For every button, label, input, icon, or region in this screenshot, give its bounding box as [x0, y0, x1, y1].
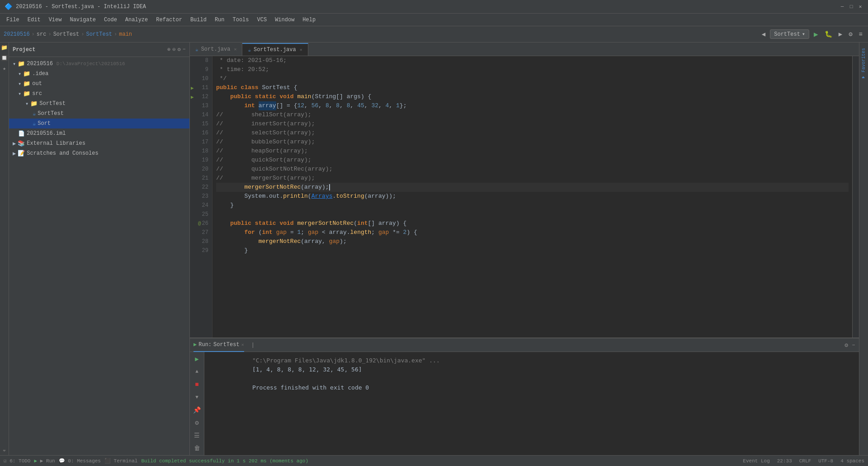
- main-content: 📁 🔲 ★ ❤ Project ⊕ ⊖ ⚙ – ▾ 📁 20210516 D:\…: [0, 43, 868, 455]
- tree-item-out[interactable]: ▾ 📁 out: [9, 79, 189, 89]
- code-content[interactable]: * date: 2021-05-16; * time: 20:52; */ pu…: [212, 56, 852, 338]
- run-tab-close[interactable]: ✕: [241, 342, 244, 347]
- minimize-button[interactable]: ─: [839, 4, 845, 10]
- menu-file[interactable]: File: [3, 16, 23, 24]
- menu-vcs[interactable]: VCS: [254, 16, 271, 24]
- run-stop-button[interactable]: ■: [192, 380, 203, 390]
- line-18: 18: [190, 147, 212, 156]
- menu-bar: File Edit View Navigate Code Analyze Ref…: [0, 14, 868, 26]
- breadcrumb: 20210516 › src › SortTest › SortTest › m…: [4, 31, 132, 38]
- editor-scrollbar[interactable]: [852, 56, 859, 338]
- menu-help[interactable]: Help: [299, 16, 319, 24]
- tab-sorttest-close[interactable]: ✕: [300, 47, 302, 52]
- code-line-26: public static void mergerSortNotRec(int[…: [216, 219, 849, 228]
- menu-view[interactable]: View: [45, 16, 66, 24]
- tab-bar: ☕ Sort.java ✕ ☕ SortTest.java ✕: [190, 43, 859, 56]
- collapse-all-icon[interactable]: ⊖: [172, 46, 175, 53]
- menu-edit[interactable]: Edit: [24, 16, 44, 24]
- bottom-settings-icon[interactable]: ⚙: [844, 342, 848, 349]
- tree-arrow-root: ▾: [13, 61, 16, 67]
- tab-sort-close[interactable]: ✕: [234, 47, 236, 52]
- close-button[interactable]: ✕: [857, 4, 863, 10]
- project-icon[interactable]: 📁: [1, 44, 8, 51]
- breadcrumb-sorttest-dir[interactable]: SortTest: [53, 31, 80, 38]
- menu-build[interactable]: Build: [187, 16, 210, 24]
- tab-sorttest[interactable]: ☕ SortTest.java ✕: [242, 43, 308, 56]
- status-run[interactable]: ▶ ▶ Run: [34, 458, 55, 464]
- breadcrumb-main[interactable]: main: [119, 31, 132, 38]
- menu-window[interactable]: Window: [271, 16, 298, 24]
- status-todo[interactable]: ☑ 6: TODO: [4, 458, 30, 464]
- toolbar-more[interactable]: ≡: [857, 30, 864, 39]
- line-15: 15: [190, 119, 212, 128]
- code-editor[interactable]: 8 9 10 ▶11 ▶12 13 14 15 16 17 18 19 20 2…: [190, 56, 859, 338]
- bottom-hide-icon[interactable]: –: [852, 342, 855, 348]
- tree-item-src[interactable]: ▾ 📁 src: [9, 89, 189, 99]
- breadcrumb-src[interactable]: src: [37, 31, 47, 38]
- menu-run[interactable]: Run: [211, 16, 228, 24]
- run-pin-button[interactable]: 📌: [192, 405, 203, 415]
- status-indent[interactable]: 4 spaces: [840, 458, 864, 464]
- line-26: @26: [190, 219, 212, 228]
- tab-sort[interactable]: ☕ Sort.java ✕: [190, 43, 242, 56]
- run-button[interactable]: ▶: [812, 29, 820, 40]
- status-bar-left: ☑ 6: TODO ▶ ▶ Run 💬 0: Messages ⬛ Termin…: [4, 458, 308, 464]
- code-line-8: * date: 2021-05-16;: [216, 56, 849, 65]
- menu-tools[interactable]: Tools: [229, 16, 253, 24]
- hide-panel-icon[interactable]: –: [183, 46, 186, 53]
- tree-item-root[interactable]: ▾ 📁 20210516 D:\JavaProject\20210516: [9, 59, 189, 69]
- menu-refactor[interactable]: Refactor: [152, 16, 186, 24]
- run-configuration[interactable]: SortTest ▾: [770, 29, 809, 39]
- run-restart-button[interactable]: ▶: [192, 354, 203, 364]
- code-line-19: // quickSort(array);: [216, 156, 849, 165]
- coverage-button[interactable]: ▶: [837, 29, 844, 39]
- messages-label: 0: Messages: [68, 458, 101, 464]
- maximize-button[interactable]: □: [848, 4, 854, 10]
- status-line-sep[interactable]: CRLF: [799, 458, 811, 464]
- run-clear-button[interactable]: 🗑: [192, 443, 203, 453]
- line-25: 25: [190, 210, 212, 219]
- tree-item-ext-libs[interactable]: ▶ 📚 External Libraries: [9, 138, 189, 148]
- tree-item-sort-file[interactable]: ☕ Sort: [9, 119, 189, 128]
- menu-code[interactable]: Code: [100, 16, 121, 24]
- run-output-line-2: [1, 4, 8, 8, 8, 12, 32, 45, 56]: [210, 365, 854, 374]
- structure-icon[interactable]: 🔲: [1, 55, 8, 62]
- status-event-log[interactable]: Event Log: [743, 458, 769, 464]
- menu-navigate[interactable]: Navigate: [66, 16, 99, 24]
- status-encoding[interactable]: UTF-8: [818, 458, 833, 464]
- project-panel-icons: ⊕ ⊖ ⚙ –: [167, 46, 186, 53]
- tree-icon-sort-file: ☕: [33, 120, 36, 127]
- status-messages[interactable]: 💬 0: Messages: [59, 458, 101, 464]
- run-tab[interactable]: ▶ Run: SortTest ✕: [193, 338, 244, 352]
- menu-analyze[interactable]: Analyze: [122, 16, 151, 24]
- run-scroll-up[interactable]: ▲: [192, 366, 203, 376]
- run-tab-2[interactable]: |: [251, 338, 255, 352]
- tree-item-idea[interactable]: ▾ 📁 .idea: [9, 69, 189, 79]
- status-position: 22:33: [777, 458, 792, 464]
- code-line-20: // quickSortNotRec(array);: [216, 165, 849, 174]
- vert-tab-favorites[interactable]: ❤ Favorites: [860, 44, 867, 84]
- tree-item-sorttest-file[interactable]: ☕ SortTest: [9, 109, 189, 119]
- tree-label-scratches: Scratches and Consoles: [27, 150, 98, 157]
- breadcrumb-sorttest-class[interactable]: SortTest: [86, 31, 112, 38]
- tree-item-sorttest-dir[interactable]: ▾ 📁 SortTest: [9, 99, 189, 109]
- locate-icon[interactable]: ⊕: [167, 46, 170, 53]
- tree-item-iml[interactable]: 📄 20210516.iml: [9, 128, 189, 138]
- run-settings-button[interactable]: ⚙: [192, 418, 203, 428]
- line-13: 13: [190, 101, 212, 110]
- bookmark-icon[interactable]: ★: [3, 65, 6, 72]
- todo-icon: ☑: [4, 458, 7, 464]
- tree-label-out: out: [32, 81, 42, 87]
- tree-item-scratches[interactable]: ▶ 📝 Scratches and Consoles: [9, 148, 189, 158]
- status-terminal[interactable]: ⬛ Terminal: [104, 458, 137, 464]
- run-scroll-down[interactable]: ▼: [192, 392, 203, 402]
- debug-button[interactable]: 🐛: [823, 29, 834, 39]
- toolbar-navigate-back[interactable]: ◀: [760, 29, 767, 39]
- code-line-16: // selectSort(array);: [216, 128, 849, 138]
- tree-label-src: src: [32, 90, 42, 97]
- favorites-icon[interactable]: ❤: [3, 448, 5, 453]
- settings-icon[interactable]: ⚙: [178, 46, 181, 53]
- settings-button[interactable]: ⚙: [847, 29, 854, 39]
- run-filter-button[interactable]: ☰: [192, 431, 203, 441]
- breadcrumb-project[interactable]: 20210516: [4, 31, 30, 38]
